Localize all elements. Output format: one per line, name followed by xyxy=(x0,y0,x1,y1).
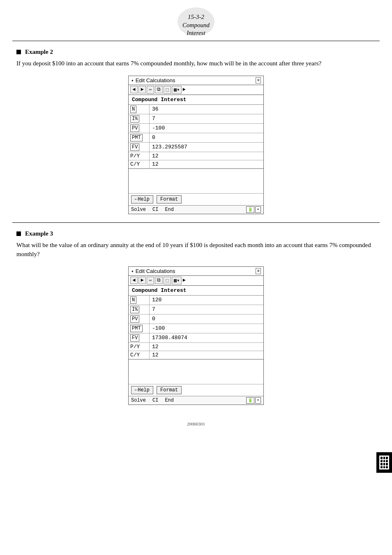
calc1-mem-icon: ▪ xyxy=(255,206,261,213)
calc1-close-icon[interactable]: ✕ xyxy=(256,77,261,83)
calc-dot-3 xyxy=(386,457,388,459)
calc1-empty-area xyxy=(129,169,263,193)
calc2-row-i: I% 7 xyxy=(129,305,263,314)
calc1-section-title: Compound Interest xyxy=(129,95,263,105)
calc1-back-btn[interactable]: ◄ xyxy=(130,86,138,93)
example2-square-icon xyxy=(16,50,21,54)
calc1-label-cy: C/Y xyxy=(129,160,149,168)
page-header: 15-3-2 Compound Interest xyxy=(0,0,392,41)
calc1-copy-btn[interactable]: ⧉ xyxy=(155,86,163,93)
calc1-label-n: N xyxy=(129,105,149,114)
example3-text: What will be the value of an ordinary an… xyxy=(16,240,376,259)
calc-dot-9 xyxy=(386,463,388,465)
calc2-value-n[interactable]: 120 xyxy=(149,296,263,305)
calc2-right-arrow[interactable]: ► xyxy=(182,278,185,283)
example2-section: Example 2 If you deposit $100 into an ac… xyxy=(0,41,392,222)
calc1-status-icons: 🔋 ▪ xyxy=(246,206,261,213)
calc2-label-pmt: PMT xyxy=(129,324,149,333)
calc2-value-py[interactable]: 12 xyxy=(149,343,263,351)
calc2-label-i: I% xyxy=(129,305,149,314)
calc1-body: Compound Interest N 36 I% 7 PV -100 PMT … xyxy=(129,95,263,214)
calc1-value-fv[interactable]: 123.2925587 xyxy=(149,143,263,152)
calc1-label-py: P/Y xyxy=(129,152,149,160)
calc2-titlebar: ✦ Edit Calculations ✕ xyxy=(129,267,263,276)
calc-dot-6 xyxy=(386,460,388,462)
calc2-empty-area xyxy=(129,359,263,384)
calc2-scissors-btn[interactable]: ✂ xyxy=(147,277,154,284)
calc2-value-pmt[interactable]: -100 xyxy=(149,324,263,333)
calc1-scissors-btn[interactable]: ✂ xyxy=(147,86,154,94)
calc2-back-btn[interactable]: ◄ xyxy=(130,277,138,284)
calc2-format-btn[interactable]: Format xyxy=(157,386,182,394)
calc1-help-btn[interactable]: ←Help xyxy=(131,195,153,204)
calc1-battery-icon: 🔋 xyxy=(246,206,254,213)
calc1-status-solve[interactable]: Solve xyxy=(131,207,146,213)
calc2-status-ci[interactable]: CI xyxy=(152,398,158,403)
calc1-label-fv: FV xyxy=(129,143,149,152)
example3-title: Example 3 xyxy=(25,230,53,237)
calc1-paste-btn[interactable]: ⬚ xyxy=(164,86,171,94)
calc1-value-pv[interactable]: -100 xyxy=(149,124,263,133)
calc-dot-4 xyxy=(380,460,383,462)
calc2-row-pmt: PMT -100 xyxy=(129,324,263,333)
calc2-grid-btn[interactable]: ▦▾ xyxy=(172,277,182,284)
example3-section: Example 3 What will be the value of an o… xyxy=(0,223,392,413)
calc2-title: Edit Calculations xyxy=(136,268,175,274)
sidebar-calc-icon xyxy=(376,452,392,473)
calc1-right-arrow[interactable]: ► xyxy=(182,87,185,92)
calc2-row-cy: C/Y 12 xyxy=(129,351,263,359)
calc2-status-icons: 🔋 ▪ xyxy=(246,397,261,404)
calc1-value-py[interactable]: 12 xyxy=(149,152,263,160)
calc2-section-title: Compound Interest xyxy=(129,286,263,296)
calc1-status-ci[interactable]: CI xyxy=(152,207,158,213)
calc2-label-pv: PV xyxy=(129,314,149,324)
example3-heading: Example 3 xyxy=(16,230,376,237)
calc1-arrow-icon: ✦ xyxy=(131,78,134,83)
calc-dot-7 xyxy=(380,463,383,465)
calc2-label-n: N xyxy=(129,296,149,305)
calc2-close-icon[interactable]: ✕ xyxy=(256,268,261,274)
calc2: ✦ Edit Calculations ✕ ◄ ► ✂ ⧉ ⬚ ▦▾ ► Com… xyxy=(128,266,264,405)
calc-dot-10 xyxy=(380,466,383,469)
calc2-value-fv[interactable]: 17308.48074 xyxy=(149,333,263,342)
calc1-titlebar: ✦ Edit Calculations ✕ xyxy=(129,76,263,85)
calc2-body: Compound Interest N 120 I% 7 PV 0 PMT -1… xyxy=(129,286,263,405)
calc1-status-end[interactable]: End xyxy=(165,207,174,213)
calc2-statusbar: Solve CI End 🔋 ▪ xyxy=(129,396,263,405)
calc1-label-i: I% xyxy=(129,114,149,123)
calc-dot-11 xyxy=(383,466,385,469)
calc1-label-pmt: PMT xyxy=(129,133,149,142)
calc2-value-i[interactable]: 7 xyxy=(149,305,263,314)
calc1-value-i[interactable]: 7 xyxy=(149,114,263,123)
calc2-footer-buttons: ←Help Format xyxy=(129,384,263,396)
footer-date: 20060301 xyxy=(0,421,392,435)
calc2-copy-btn[interactable]: ⧉ xyxy=(155,277,163,284)
calc-dot-8 xyxy=(383,463,385,465)
calc1-toolbar: ◄ ► ✂ ⧉ ⬚ ▦▾ ► xyxy=(129,85,263,95)
calc2-toolbar: ◄ ► ✂ ⧉ ⬚ ▦▾ ► xyxy=(129,276,263,286)
calc2-status-solve[interactable]: Solve xyxy=(131,398,146,403)
calc1-value-n[interactable]: 36 xyxy=(149,105,263,114)
calc1-statusbar: Solve CI End 🔋 ▪ xyxy=(129,205,263,214)
calc2-label-cy: C/Y xyxy=(129,351,149,359)
example2-heading: Example 2 xyxy=(16,49,376,56)
calc1-value-cy[interactable]: 12 xyxy=(149,160,263,168)
calc2-value-pv[interactable]: 0 xyxy=(149,314,263,324)
calc2-status-end[interactable]: End xyxy=(165,398,174,403)
calc2-row-py: P/Y 12 xyxy=(129,343,263,351)
example2-title: Example 2 xyxy=(25,49,53,56)
calc1-value-pmt[interactable]: 0 xyxy=(149,133,263,142)
calc2-paste-btn[interactable]: ⬚ xyxy=(164,277,171,284)
calc2-row-n: N 120 xyxy=(129,296,263,305)
calc1-row-py: P/Y 12 xyxy=(129,152,263,160)
calc1-grid-btn[interactable]: ▦▾ xyxy=(172,86,182,94)
calc1-row-pv: PV -100 xyxy=(129,124,263,133)
calc1-forward-btn[interactable]: ► xyxy=(138,86,146,93)
calc2-forward-btn[interactable]: ► xyxy=(138,277,146,284)
calc2-value-cy[interactable]: 12 xyxy=(149,351,263,359)
calc2-label-fv: FV xyxy=(129,333,149,342)
calc2-help-btn[interactable]: ←Help xyxy=(131,386,153,394)
calc-dot-12 xyxy=(386,466,388,469)
calc1-title: Edit Calculations xyxy=(136,77,175,83)
calc1-format-btn[interactable]: Format xyxy=(157,195,182,204)
